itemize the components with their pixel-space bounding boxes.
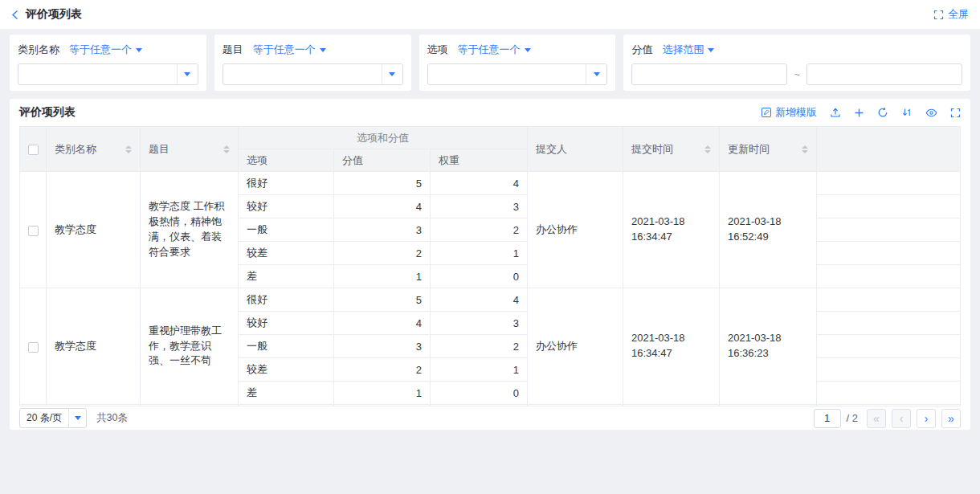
option-cell: 较好 [239,195,334,218]
visibility-icon[interactable] [925,107,937,119]
column-header-submitter: 提交人 [528,127,623,172]
weight-cell: 1 [431,358,528,382]
filter-option-select[interactable] [427,63,608,85]
weight-cell: 1 [431,242,528,265]
column-header-extra [817,127,961,172]
option-cell: 较好 [239,312,334,335]
page-title: 评价项列表 [26,7,82,22]
row-checkbox[interactable] [28,342,39,353]
extra-cell [817,288,961,312]
filter-category-select[interactable] [18,63,198,85]
select-all-header [20,127,47,172]
table-scroll-area[interactable]: 类别名称 题目 选项和分值 提交人 提交时间 更新时间 [19,126,961,406]
score-cell: 4 [334,312,431,335]
table-toolbar: 新增模版 [761,105,961,120]
weight-cell: 0 [431,265,528,288]
score-min-input[interactable] [631,63,787,85]
submit-time-cell: 2021-03-18 16:34:47 [623,288,720,405]
filter-category-label: 类别名称 [18,43,59,57]
chevron-down-icon [586,64,606,84]
weight-cell: 2 [431,218,528,242]
column-header-weight: 权重 [431,149,528,172]
page-total: / 2 [847,412,858,424]
table-fullscreen-icon[interactable] [950,108,961,118]
score-cell: 1 [334,382,431,405]
question-cell: 教学态度 工作积极热情，精神饱满，仪表、着装符合要求 [141,172,239,288]
select-all-checkbox[interactable] [28,145,39,155]
topbar: 评价项列表 全屏 [0,0,980,29]
page-number-input[interactable] [814,409,841,428]
prev-page-button[interactable]: ‹ [892,409,911,428]
update-time-cell: 2021-03-18 16:52:49 [720,172,817,288]
question-cell: 重视护理带教工作，教学意识强、一丝不苟 [141,288,239,405]
next-page-button[interactable]: › [917,409,936,428]
chevron-down-icon [68,409,86,427]
table-row: 教学态度教学态度 工作积极热情，精神饱满，仪表、着装符合要求很好54办公协作20… [20,172,961,195]
filter-score-operator[interactable]: 选择范围 [662,43,714,57]
update-time-cell: 2021-03-18 16:36:23 [720,288,817,405]
fullscreen-label: 全屏 [948,7,969,22]
page-size-value: 20 条/页 [20,411,68,425]
score-cell: 1 [334,265,431,288]
filter-score-label: 分值 [631,43,652,57]
weight-cell: 3 [431,312,528,335]
filter-category: 类别名称 等于任意一个 [10,35,206,91]
table-row: 教学态度重视护理带教工作，教学意识强、一丝不苟很好54办公协作2021-03-1… [20,288,961,312]
option-cell: 很好 [239,288,334,312]
sort-icon[interactable] [802,145,808,153]
add-icon[interactable] [854,108,864,118]
score-cell: 5 [334,288,431,312]
filter-question-select[interactable] [223,63,403,85]
last-page-button[interactable]: » [941,409,961,428]
extra-cell [817,382,961,405]
category-cell: 教学态度 [47,288,141,405]
filter-bar: 类别名称 等于任意一个 题目 等于任意一个 选项 等于任意一个 [0,29,980,91]
column-header-update-time[interactable]: 更新时间 [720,127,817,172]
extra-cell [817,265,961,288]
row-checkbox[interactable] [28,226,39,236]
column-header-score: 分值 [334,149,431,172]
column-header-question[interactable]: 题目 [141,127,239,172]
column-header-option: 选项 [239,149,334,172]
refresh-icon[interactable] [877,107,888,118]
column-header-category[interactable]: 类别名称 [47,127,141,172]
extra-cell [817,218,961,242]
filter-category-operator[interactable]: 等于任意一个 [69,43,142,57]
sort-order-icon[interactable] [901,107,913,118]
sort-icon[interactable] [223,145,230,153]
chevron-down-icon [708,48,714,52]
submit-time-cell: 2021-03-18 16:34:47 [623,172,720,288]
extra-cell [817,172,961,195]
fullscreen-button[interactable]: 全屏 [933,7,969,22]
row-select-cell [20,288,47,405]
score-cell: 2 [334,358,431,382]
page-size-select[interactable]: 20 条/页 [19,408,87,428]
export-icon[interactable] [830,107,841,118]
table-title: 评价项列表 [19,105,76,120]
score-max-input[interactable] [806,63,962,85]
weight-cell: 3 [431,195,528,218]
filter-option-label: 选项 [427,43,448,57]
extra-cell [817,242,961,265]
weight-cell: 2 [431,335,528,358]
filter-option-operator[interactable]: 等于任意一个 [458,43,531,57]
sort-icon[interactable] [704,145,711,153]
column-header-options-group: 选项和分值 [239,127,528,149]
extra-cell [817,312,961,335]
row-select-cell [20,172,47,288]
pagination-bar: 20 条/页 共30条 / 2 « ‹ › » [19,406,961,430]
score-cell: 3 [334,335,431,358]
option-cell: 差 [239,382,334,405]
column-header-submit-time[interactable]: 提交时间 [623,127,720,172]
filter-option: 选项 等于任意一个 [419,35,616,91]
filter-question-operator[interactable]: 等于任意一个 [253,43,326,57]
back-icon[interactable] [11,10,18,20]
sort-icon[interactable] [125,145,132,153]
table-panel: 评价项列表 新增模版 [10,99,970,430]
new-template-button[interactable]: 新增模版 [761,105,817,120]
category-cell: 教学态度 [47,172,141,288]
score-cell: 3 [334,218,431,242]
first-page-button[interactable]: « [867,409,886,428]
weight-cell: 4 [431,288,528,312]
option-cell: 较差 [239,242,334,265]
